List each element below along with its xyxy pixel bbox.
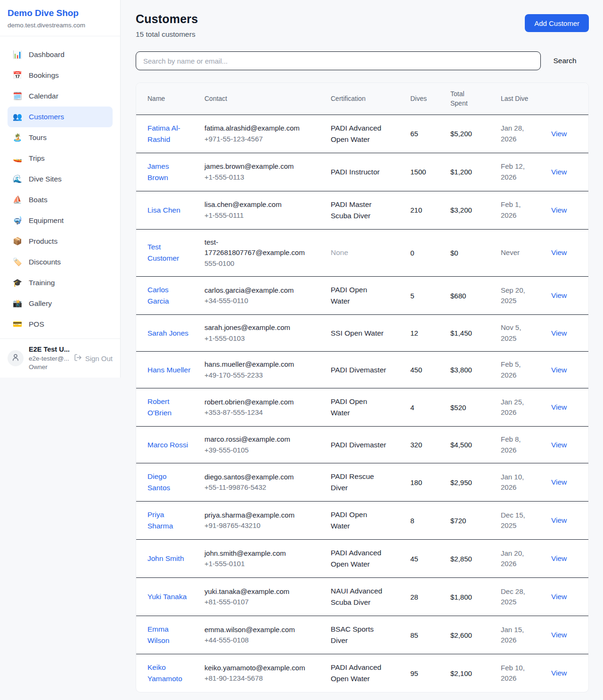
sidebar-item-customers[interactable]: 👥 Customers: [8, 107, 113, 127]
customer-name-link[interactable]: John Smith: [147, 553, 184, 564]
customer-total-spent: $520: [450, 388, 501, 427]
view-link[interactable]: View: [551, 441, 567, 449]
customer-phone: +1-555-0113: [204, 172, 306, 183]
user-info: E2E Test U... e2e-tester@... Owner: [29, 345, 69, 371]
search-input[interactable]: [136, 51, 541, 70]
customer-name-link[interactable]: Diego Santos: [147, 471, 191, 494]
customer-last-dive: Jan 20, 2026: [501, 540, 551, 578]
sidebar-item-tours[interactable]: 🏝️ Tours: [8, 127, 113, 148]
sidebar: Demo Dive Shop demo.test.divestreams.com…: [0, 0, 121, 378]
customer-name-link[interactable]: Lisa Chen: [147, 205, 180, 216]
customer-certification: PADI Open Water: [331, 284, 387, 307]
customer-name-link[interactable]: Carlos Garcia: [147, 284, 191, 307]
customer-email: hans.mueller@example.com: [204, 359, 306, 370]
customer-name-link[interactable]: Robert O'Brien: [147, 396, 191, 419]
view-link[interactable]: View: [551, 631, 567, 639]
customer-phone: +44-555-0108: [204, 635, 306, 646]
customer-certification: PADI Divemaster: [331, 439, 387, 451]
sidebar-item-label: Training: [29, 279, 55, 287]
customer-total-spent: $1,800: [450, 578, 501, 616]
view-link[interactable]: View: [551, 593, 567, 601]
customer-name-link[interactable]: James Brown: [147, 161, 191, 183]
customer-phone: +1-555-0111: [204, 210, 306, 221]
sign-out-icon: [74, 354, 82, 363]
customer-certification: PADI Divemaster: [331, 364, 387, 376]
customer-name-link[interactable]: Sarah Jones: [147, 328, 188, 339]
sidebar-item-bookings[interactable]: 📅 Bookings: [8, 65, 113, 86]
table-row: Priya Sharma priya.sharma@example.com +9…: [136, 502, 589, 540]
customer-phone: +353-87-555-1234: [204, 407, 306, 418]
customer-name-link[interactable]: Keiko Yamamoto: [147, 662, 191, 684]
boats-icon: ⛵: [12, 195, 23, 204]
customer-total-spent: $1,450: [450, 315, 501, 352]
sign-out-button[interactable]: Sign Out: [74, 354, 113, 363]
customer-dives: 5: [410, 277, 450, 315]
table-row: Marco Rossi marco.rossi@example.com +39-…: [136, 427, 589, 463]
customer-last-dive: Feb 1, 2026: [501, 191, 551, 229]
sidebar-item-label: Discounts: [29, 258, 61, 266]
customer-certification: PADI Instructor: [331, 166, 387, 178]
customer-total-spent: $3,800: [450, 352, 501, 388]
customer-certification: SSI Open Water: [331, 328, 387, 339]
table-row: Lisa Chen lisa.chen@example.com +1-555-0…: [136, 191, 589, 229]
customer-last-dive: Feb 12, 2026: [501, 153, 551, 191]
bookings-icon: 📅: [12, 71, 23, 80]
sidebar-item-dashboard[interactable]: 📊 Dashboard: [8, 44, 113, 65]
training-icon: 🎓: [12, 278, 23, 287]
sidebar-item-gallery[interactable]: 📸 Gallery: [8, 293, 113, 314]
view-link[interactable]: View: [551, 669, 567, 677]
search-button[interactable]: Search: [541, 57, 589, 65]
customers-table-card: Name Contact Certification Dives Total S…: [136, 82, 589, 692]
sidebar-item-products[interactable]: 📦 Products: [8, 231, 113, 252]
sidebar-item-equipment[interactable]: 🤿 Equipment: [8, 210, 113, 231]
customer-dives: 45: [410, 540, 450, 578]
view-link[interactable]: View: [551, 168, 567, 176]
customer-last-dive: Jan 28, 2026: [501, 115, 551, 153]
view-link[interactable]: View: [551, 478, 567, 486]
customer-last-dive: Feb 10, 2026: [501, 654, 551, 692]
sidebar-item-boats[interactable]: ⛵ Boats: [8, 189, 113, 210]
sidebar-item-training[interactable]: 🎓 Training: [8, 272, 113, 293]
customer-email: sarah.jones@example.com: [204, 322, 306, 333]
view-link[interactable]: View: [551, 206, 567, 214]
view-link[interactable]: View: [551, 291, 567, 299]
sidebar-item-dive-sites[interactable]: 🌊 Dive Sites: [8, 169, 113, 189]
customer-name-link[interactable]: Hans Mueller: [147, 364, 190, 376]
sidebar-item-discounts[interactable]: 🏷️ Discounts: [8, 252, 113, 272]
customer-dives: 210: [410, 191, 450, 229]
customer-count: 15 total customers: [136, 30, 198, 39]
sidebar-item-calendar[interactable]: 🗓️ Calendar: [8, 86, 113, 107]
customer-name-link[interactable]: Emma Wilson: [147, 624, 191, 646]
dashboard-icon: 📊: [12, 50, 23, 59]
customer-name-link[interactable]: Fatima Al-Rashid: [147, 123, 191, 145]
view-link[interactable]: View: [551, 130, 567, 138]
table-row: Hans Mueller hans.mueller@example.com +4…: [136, 352, 589, 388]
customer-total-spent: $2,100: [450, 654, 501, 692]
customer-name-link[interactable]: Marco Rossi: [147, 439, 188, 451]
customer-dives: 4: [410, 388, 450, 427]
customer-phone: +1-555-0101: [204, 559, 306, 569]
view-link[interactable]: View: [551, 516, 567, 524]
view-link[interactable]: View: [551, 329, 567, 337]
sidebar-header: Demo Dive Shop demo.test.divestreams.com: [0, 0, 120, 36]
add-customer-button[interactable]: Add Customer: [525, 14, 589, 32]
customer-name-link[interactable]: Priya Sharma: [147, 509, 191, 532]
customer-certification: PADI Master Scuba Diver: [331, 199, 387, 222]
customer-email: carlos.garcia@example.com: [204, 285, 306, 296]
customer-last-dive: Dec 15, 2025: [501, 502, 551, 540]
sidebar-item-label: POS: [29, 320, 44, 329]
column-header-last-dive: Last Dive: [501, 83, 551, 115]
view-link[interactable]: View: [551, 366, 567, 374]
table-row: Fatima Al-Rashid fatima.alrashid@example…: [136, 115, 589, 153]
customer-dives: 85: [410, 616, 450, 654]
view-link[interactable]: View: [551, 248, 567, 256]
view-link[interactable]: View: [551, 554, 567, 562]
customer-name-link[interactable]: Yuki Tanaka: [147, 591, 187, 602]
sidebar-nav: 📊 Dashboard 📅 Bookings 🗓️ Calendar 👥 Cus…: [0, 36, 120, 338]
view-link[interactable]: View: [551, 403, 567, 411]
customer-name-link[interactable]: Test Customer: [147, 241, 191, 264]
customer-email: test-1772681807767@example.com: [204, 237, 306, 258]
customer-last-dive: Jan 10, 2026: [501, 463, 551, 502]
sidebar-item-pos[interactable]: 💳 POS: [8, 314, 113, 335]
sidebar-item-trips[interactable]: 🚤 Trips: [8, 148, 113, 169]
